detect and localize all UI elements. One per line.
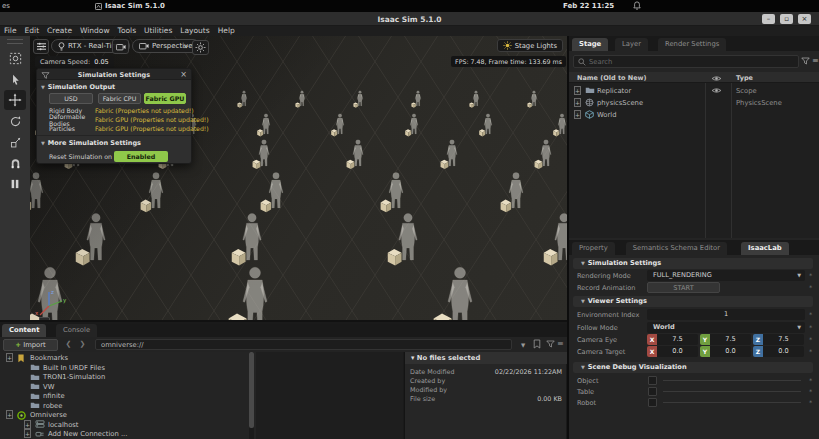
- tree-item-tron1-simulation[interactable]: TRON1-Simulation: [0, 372, 248, 382]
- clock[interactable]: Feb 22 11:25: [563, 2, 614, 10]
- menu-edit[interactable]: Edit: [25, 26, 40, 36]
- simulation-output-section[interactable]: ▼Simulation Output: [37, 80, 191, 93]
- maximize-button[interactable]: ▫: [780, 14, 793, 24]
- stage-options-icon[interactable]: ≡: [812, 56, 819, 65]
- system-app-indicator[interactable]: Isaac Sim 5.1.0: [95, 2, 165, 10]
- stage-row-world[interactable]: +World: [569, 108, 819, 120]
- menu-tools[interactable]: Tools: [118, 26, 136, 36]
- camera-target-y-field[interactable]: 0.0: [710, 346, 751, 357]
- rotate-tool[interactable]: [4, 111, 26, 131]
- table-checkbox[interactable]: [648, 387, 657, 396]
- move-tool[interactable]: [4, 90, 26, 110]
- minimize-button[interactable]: –: [762, 14, 775, 24]
- menu-create[interactable]: Create: [47, 26, 72, 36]
- output-mode-fabric-cpu[interactable]: Fabric CPU: [98, 93, 141, 104]
- tree-item-robee[interactable]: robee: [0, 401, 248, 411]
- viewport-options-button[interactable]: [33, 39, 49, 54]
- visibility-eye-icon[interactable]: [711, 87, 722, 96]
- toolbar-drag-handle[interactable]: [7, 39, 23, 44]
- viewport-3d[interactable]: RTX - Real-Time Perspective » Camera Spe…: [30, 36, 567, 320]
- more-settings-section[interactable]: ▼More Simulation Settings: [37, 136, 191, 149]
- expand-icon[interactable]: +: [6, 353, 13, 362]
- forward-icon[interactable]: ❯: [77, 339, 88, 350]
- follow-mode-select[interactable]: World: [647, 322, 805, 333]
- tab-property[interactable]: Property: [572, 242, 615, 255]
- stage-row-physicsscene[interactable]: +physicsScenePhysicsScene: [569, 96, 819, 108]
- tree-item-bookmarks[interactable]: +Bookmarks: [0, 353, 248, 363]
- environment-index-field[interactable]: 1: [647, 309, 805, 320]
- rendering-mode-select[interactable]: FULL_RENDERING: [647, 270, 805, 281]
- tab-render-settings[interactable]: Render Settings: [658, 38, 726, 51]
- camera-target-z-field[interactable]: 0.0: [763, 346, 804, 357]
- name-column-header[interactable]: Name (Old to New): [577, 74, 647, 82]
- stage-row-replicator[interactable]: +ReplicatorScope: [569, 84, 819, 96]
- type-column-header[interactable]: Type: [736, 74, 753, 82]
- expand-icon[interactable]: +: [574, 98, 581, 107]
- filter-icon[interactable]: [801, 57, 810, 65]
- tree-item-omniverse[interactable]: +Omniverse: [0, 410, 248, 420]
- expand-icon[interactable]: +: [6, 410, 13, 419]
- camera-eye-y-field[interactable]: 7.5: [710, 334, 751, 345]
- section-scene-debug-visualization[interactable]: ▼Scene Debug Visualization: [573, 362, 813, 373]
- section-simulation-settings[interactable]: ▼Simulation Settings: [573, 258, 813, 269]
- output-mode-usd[interactable]: USD: [49, 93, 93, 104]
- path-breadcrumb[interactable]: omniverse://: [95, 339, 512, 350]
- stage-lights-button[interactable]: Stage Lights: [497, 39, 563, 52]
- filter-icon[interactable]: [546, 340, 555, 348]
- object-checkbox[interactable]: [648, 376, 657, 385]
- import-button[interactable]: + Import: [3, 339, 58, 351]
- tab-stage[interactable]: Stage: [572, 38, 608, 51]
- details-header[interactable]: ▾ No files selected: [405, 352, 567, 364]
- selection-frame-tool[interactable]: [4, 48, 26, 68]
- tab-console[interactable]: Console: [56, 324, 97, 337]
- stage-search-box[interactable]: [573, 55, 799, 68]
- menu-layouts[interactable]: Layouts: [180, 26, 209, 36]
- tree-item-localhost[interactable]: +localhost: [0, 420, 248, 430]
- bookmark-icon[interactable]: [533, 339, 541, 349]
- notifications-icon[interactable]: [633, 1, 641, 12]
- camera-eye-z-field[interactable]: 7.5: [763, 334, 804, 345]
- menu-help[interactable]: Help: [218, 26, 235, 36]
- dialog-title-bar[interactable]: Simulation Settings ×: [37, 69, 191, 80]
- close-icon[interactable]: ×: [180, 70, 187, 79]
- reset-on-stop-toggle[interactable]: Enabled: [114, 151, 168, 162]
- stage-tree-header[interactable]: Name (Old to New) Type: [569, 72, 819, 83]
- camera-settings-button[interactable]: [112, 39, 129, 54]
- scale-tool[interactable]: [4, 132, 26, 152]
- file-grid-area[interactable]: [256, 352, 403, 439]
- select-tool[interactable]: [4, 69, 26, 89]
- camera-selector[interactable]: Perspective: [132, 39, 200, 53]
- list-view-icon[interactable]: ≡: [557, 339, 564, 348]
- output-mode-fabric-gpu[interactable]: Fabric GPU: [144, 93, 186, 104]
- start-record-button[interactable]: START: [647, 282, 720, 293]
- snap-tool[interactable]: [4, 153, 26, 173]
- tab-layer[interactable]: Layer: [615, 38, 648, 51]
- expand-icon[interactable]: +: [24, 429, 31, 438]
- tree-item-nfinite[interactable]: nfinite: [0, 391, 248, 401]
- menu-utilities[interactable]: Utilities: [144, 26, 172, 36]
- tab-semantics-schema-editor[interactable]: Semantics Schema Editor: [626, 242, 727, 255]
- tab-content[interactable]: Content: [2, 324, 46, 337]
- menu-file[interactable]: File: [4, 26, 17, 36]
- expand-icon[interactable]: +: [574, 110, 581, 119]
- close-button[interactable]: ×: [798, 14, 811, 24]
- robot-checkbox[interactable]: [648, 398, 657, 407]
- pause-button[interactable]: [4, 174, 26, 194]
- output-mode-buttons: USDFabric CPUFabric GPU: [37, 93, 191, 106]
- search-input[interactable]: [589, 58, 769, 66]
- tree-item-add-new-connection-[interactable]: +Add New Connection ...: [0, 429, 248, 439]
- content-tree-scrollbar[interactable]: [249, 352, 254, 439]
- tree-item-vw[interactable]: VW: [0, 382, 248, 392]
- back-icon[interactable]: ❮: [63, 339, 74, 350]
- section-viewer-settings[interactable]: ▼Viewer Settings: [573, 296, 813, 307]
- toolbar-overflow-chevrons[interactable]: »: [183, 41, 189, 51]
- light-gizmo-icon[interactable]: [192, 40, 209, 55]
- tree-item-built-in-urdf-files[interactable]: Built In URDF Files: [0, 363, 248, 373]
- camera-target-x-field[interactable]: 0.0: [657, 346, 698, 357]
- expand-icon[interactable]: +: [574, 86, 581, 95]
- chevron-down-icon[interactable]: ▼: [521, 342, 525, 348]
- menu-window[interactable]: Window: [80, 26, 110, 36]
- tab-isaaclab[interactable]: IsaacLab: [741, 242, 789, 255]
- camera-eye-x-field[interactable]: 7.5: [657, 334, 698, 345]
- expand-icon[interactable]: +: [24, 420, 31, 429]
